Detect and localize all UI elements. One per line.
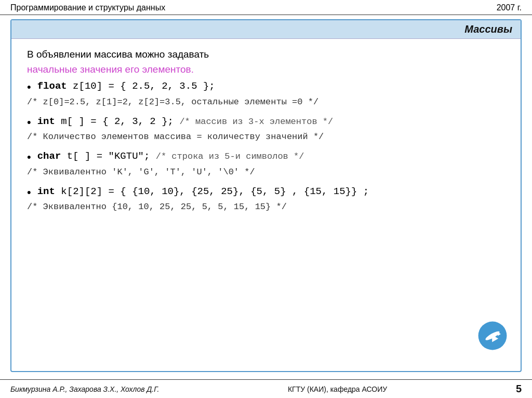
float-keyword: float	[37, 80, 67, 92]
bullet-int2: • int k[2][2] = { {10, 10}, {25, 25}, {5…	[27, 184, 505, 212]
footer: Бикмурзина А.Р., Захарова З.Х., Хохлов Д…	[0, 379, 532, 398]
char-code: t[ ] = "KGTU"; /* строка из 5-и символов…	[61, 150, 304, 162]
top-header: Программирование и структуры данных 2007…	[0, 0, 532, 15]
header-right: 2007 г.	[497, 3, 522, 12]
bullet-char: • char t[ ] = "KGTU"; /* строка из 5-и с…	[27, 149, 505, 177]
intro-highlight: начальные значения его элементов.	[27, 64, 194, 75]
slide-title: Массивы	[11, 20, 521, 39]
bullet-float: • float z[10] = { 2.5, 2, 3.5 }; /* z[0]…	[27, 79, 505, 107]
int-comment: /* Количество элементов массива = количе…	[27, 132, 505, 142]
bullet-dot-3: •	[27, 150, 31, 165]
airplane-icon	[477, 320, 508, 351]
bullet-dot-1: •	[27, 80, 31, 95]
footer-page: 5	[516, 383, 522, 395]
int-keyword: int	[37, 116, 55, 127]
float-code: z[10] = { 2.5, 2, 3.5 };	[67, 80, 215, 92]
bullet-dot-4: •	[27, 185, 31, 200]
footer-institution: КГТУ (КАИ), кафедра АСОИУ	[288, 385, 387, 393]
char-comment: /* Эквивалентно 'K', 'G', 'T', 'U', '\0'…	[27, 167, 505, 177]
footer-authors: Бикмурзина А.Р., Захарова З.Х., Хохлов Д…	[10, 385, 159, 393]
char-keyword: char	[37, 150, 61, 162]
bullet-dot-2: •	[27, 115, 31, 130]
int-code: m[ ] = { 2, 3, 2 }; /* массив из 3-х эле…	[55, 116, 333, 127]
slide-content: В объявлении массива можно задавать нача…	[11, 39, 521, 224]
int2-code: k[2][2] = { {10, 10}, {25, 25}, {5, 5} ,…	[55, 186, 369, 197]
int2-comment: /* Эквивалентно {10, 10, 25, 25, 5, 5, 1…	[27, 202, 505, 212]
bullet-int: • int m[ ] = { 2, 3, 2 }; /* массив из 3…	[27, 114, 505, 142]
int2-keyword: int	[37, 186, 55, 197]
float-comment: /* z[0]=2.5, z[1]=2, z[2]=3.5, остальные…	[27, 97, 505, 107]
header-left: Программирование и структуры данных	[10, 3, 165, 12]
intro-text: В объявлении массива можно задавать нача…	[27, 47, 505, 77]
main-content-area: Массивы В объявлении массива можно задав…	[10, 19, 522, 372]
